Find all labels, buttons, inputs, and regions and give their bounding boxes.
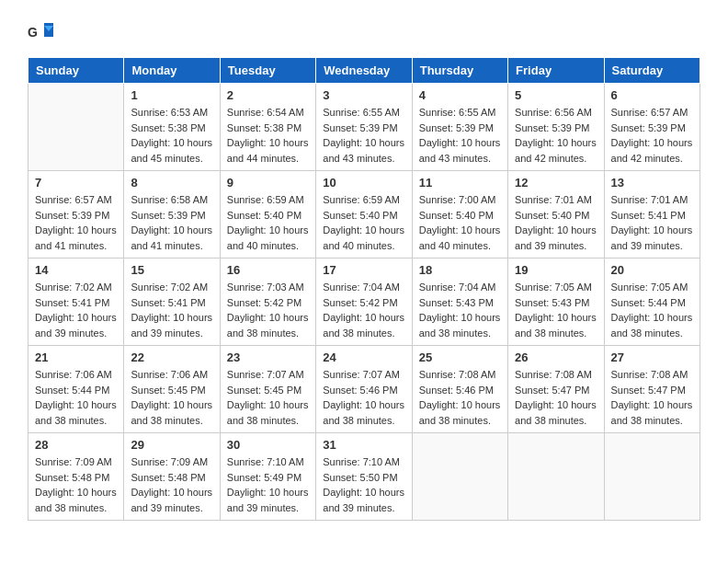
weekday-header-wednesday: Wednesday (316, 58, 412, 84)
day-number: 19 (515, 263, 597, 277)
weekday-header-thursday: Thursday (412, 58, 507, 84)
weekday-header-friday: Friday (508, 58, 604, 84)
day-number: 8 (131, 176, 212, 190)
calendar-cell: 13Sunrise: 7:01 AMSunset: 5:41 PMDayligh… (604, 171, 700, 259)
calendar-cell (508, 433, 604, 521)
day-info: Sunrise: 7:06 AMSunset: 5:45 PMDaylight:… (131, 367, 212, 428)
day-number: 15 (131, 263, 212, 277)
calendar-cell: 18Sunrise: 7:04 AMSunset: 5:43 PMDayligh… (412, 259, 507, 346)
day-info: Sunrise: 7:08 AMSunset: 5:46 PMDaylight:… (419, 367, 501, 428)
day-number: 3 (323, 88, 404, 102)
day-info: Sunrise: 7:01 AMSunset: 5:40 PMDaylight:… (515, 192, 597, 253)
calendar-cell: 22Sunrise: 7:06 AMSunset: 5:45 PMDayligh… (124, 346, 220, 433)
calendar-cell: 25Sunrise: 7:08 AMSunset: 5:46 PMDayligh… (412, 346, 507, 433)
calendar-cell: 17Sunrise: 7:04 AMSunset: 5:42 PMDayligh… (316, 259, 412, 346)
day-number: 10 (323, 176, 404, 190)
day-info: Sunrise: 7:09 AMSunset: 5:48 PMDaylight:… (131, 454, 212, 515)
day-info: Sunrise: 7:03 AMSunset: 5:42 PMDaylight:… (227, 280, 309, 340)
calendar-cell: 15Sunrise: 7:02 AMSunset: 5:41 PMDayligh… (124, 259, 220, 346)
day-info: Sunrise: 7:02 AMSunset: 5:41 PMDaylight:… (131, 280, 212, 340)
calendar-cell: 31Sunrise: 7:10 AMSunset: 5:50 PMDayligh… (316, 433, 412, 521)
day-number: 14 (35, 263, 117, 277)
day-info: Sunrise: 6:59 AMSunset: 5:40 PMDaylight:… (227, 192, 309, 253)
day-number: 5 (515, 88, 597, 102)
calendar-cell: 2Sunrise: 6:54 AMSunset: 5:38 PMDaylight… (220, 84, 315, 171)
calendar-cell: 21Sunrise: 7:06 AMSunset: 5:44 PMDayligh… (28, 346, 124, 433)
calendar-week-row: 21Sunrise: 7:06 AMSunset: 5:44 PMDayligh… (28, 346, 700, 433)
weekday-header-tuesday: Tuesday (220, 58, 315, 84)
calendar-cell: 11Sunrise: 7:00 AMSunset: 5:40 PMDayligh… (412, 171, 507, 259)
day-info: Sunrise: 7:07 AMSunset: 5:46 PMDaylight:… (323, 367, 404, 428)
calendar-cell: 1Sunrise: 6:53 AMSunset: 5:38 PMDaylight… (124, 84, 220, 171)
day-info: Sunrise: 6:54 AMSunset: 5:38 PMDaylight:… (227, 105, 309, 166)
day-number: 27 (611, 350, 693, 364)
day-info: Sunrise: 7:09 AMSunset: 5:48 PMDaylight:… (35, 454, 117, 515)
weekday-header-sunday: Sunday (28, 58, 124, 84)
day-number: 11 (419, 176, 501, 190)
day-info: Sunrise: 6:53 AMSunset: 5:38 PMDaylight:… (131, 105, 212, 166)
calendar-table: SundayMondayTuesdayWednesdayThursdayFrid… (28, 57, 700, 521)
calendar-week-row: 28Sunrise: 7:09 AMSunset: 5:48 PMDayligh… (28, 433, 700, 521)
weekday-header-monday: Monday (124, 58, 220, 84)
day-info: Sunrise: 7:07 AMSunset: 5:45 PMDaylight:… (227, 367, 309, 428)
calendar-week-row: 7Sunrise: 6:57 AMSunset: 5:39 PMDaylight… (28, 171, 700, 259)
day-number: 26 (515, 350, 597, 364)
day-info: Sunrise: 6:57 AMSunset: 5:39 PMDaylight:… (35, 192, 117, 253)
day-info: Sunrise: 7:10 AMSunset: 5:50 PMDaylight:… (323, 454, 404, 515)
calendar-cell: 3Sunrise: 6:55 AMSunset: 5:39 PMDaylight… (316, 84, 412, 171)
page-header: G (28, 18, 700, 46)
calendar-cell: 20Sunrise: 7:05 AMSunset: 5:44 PMDayligh… (604, 259, 700, 346)
calendar-week-row: 14Sunrise: 7:02 AMSunset: 5:41 PMDayligh… (28, 259, 700, 346)
day-number: 22 (131, 350, 212, 364)
day-number: 21 (35, 350, 117, 364)
day-number: 28 (35, 438, 117, 452)
day-info: Sunrise: 7:10 AMSunset: 5:49 PMDaylight:… (227, 454, 309, 515)
day-info: Sunrise: 6:57 AMSunset: 5:39 PMDaylight:… (611, 105, 693, 166)
day-info: Sunrise: 7:01 AMSunset: 5:41 PMDaylight:… (611, 192, 693, 253)
day-info: Sunrise: 7:04 AMSunset: 5:42 PMDaylight:… (323, 280, 404, 340)
calendar-cell: 16Sunrise: 7:03 AMSunset: 5:42 PMDayligh… (220, 259, 315, 346)
calendar-cell: 27Sunrise: 7:08 AMSunset: 5:47 PMDayligh… (604, 346, 700, 433)
day-info: Sunrise: 7:04 AMSunset: 5:43 PMDaylight:… (419, 280, 501, 340)
svg-text:G: G (28, 25, 38, 40)
day-info: Sunrise: 7:08 AMSunset: 5:47 PMDaylight:… (611, 367, 693, 428)
day-number: 6 (611, 88, 693, 102)
day-info: Sunrise: 7:05 AMSunset: 5:44 PMDaylight:… (611, 280, 693, 340)
calendar-cell: 24Sunrise: 7:07 AMSunset: 5:46 PMDayligh… (316, 346, 412, 433)
day-number: 30 (227, 438, 309, 452)
day-info: Sunrise: 7:05 AMSunset: 5:43 PMDaylight:… (515, 280, 597, 340)
weekday-header-saturday: Saturday (604, 58, 700, 84)
calendar-cell: 28Sunrise: 7:09 AMSunset: 5:48 PMDayligh… (28, 433, 124, 521)
day-info: Sunrise: 6:56 AMSunset: 5:39 PMDaylight:… (515, 105, 597, 166)
day-number: 12 (515, 176, 597, 190)
day-number: 20 (611, 263, 693, 277)
day-number: 13 (611, 176, 693, 190)
calendar-cell: 4Sunrise: 6:55 AMSunset: 5:39 PMDaylight… (412, 84, 507, 171)
calendar-cell (604, 433, 700, 521)
logo: G (28, 18, 59, 46)
day-number: 7 (35, 176, 117, 190)
calendar-cell: 6Sunrise: 6:57 AMSunset: 5:39 PMDaylight… (604, 84, 700, 171)
day-number: 9 (227, 176, 309, 190)
calendar-cell: 10Sunrise: 6:59 AMSunset: 5:40 PMDayligh… (316, 171, 412, 259)
day-info: Sunrise: 6:59 AMSunset: 5:40 PMDaylight:… (323, 192, 404, 253)
day-info: Sunrise: 7:00 AMSunset: 5:40 PMDaylight:… (419, 192, 501, 253)
day-number: 23 (227, 350, 309, 364)
day-info: Sunrise: 7:08 AMSunset: 5:47 PMDaylight:… (515, 367, 597, 428)
day-number: 24 (323, 350, 404, 364)
calendar-cell: 23Sunrise: 7:07 AMSunset: 5:45 PMDayligh… (220, 346, 315, 433)
calendar-cell: 7Sunrise: 6:57 AMSunset: 5:39 PMDaylight… (28, 171, 124, 259)
logo-icon: G (28, 18, 55, 46)
day-number: 17 (323, 263, 404, 277)
calendar-cell: 12Sunrise: 7:01 AMSunset: 5:40 PMDayligh… (508, 171, 604, 259)
calendar-cell: 14Sunrise: 7:02 AMSunset: 5:41 PMDayligh… (28, 259, 124, 346)
day-number: 4 (419, 88, 501, 102)
calendar-cell: 5Sunrise: 6:56 AMSunset: 5:39 PMDaylight… (508, 84, 604, 171)
day-number: 31 (323, 438, 404, 452)
calendar-cell: 9Sunrise: 6:59 AMSunset: 5:40 PMDaylight… (220, 171, 315, 259)
day-info: Sunrise: 6:55 AMSunset: 5:39 PMDaylight:… (323, 105, 404, 166)
day-number: 2 (227, 88, 309, 102)
day-info: Sunrise: 7:02 AMSunset: 5:41 PMDaylight:… (35, 280, 117, 340)
day-number: 1 (131, 88, 212, 102)
calendar-week-row: 1Sunrise: 6:53 AMSunset: 5:38 PMDaylight… (28, 84, 700, 171)
